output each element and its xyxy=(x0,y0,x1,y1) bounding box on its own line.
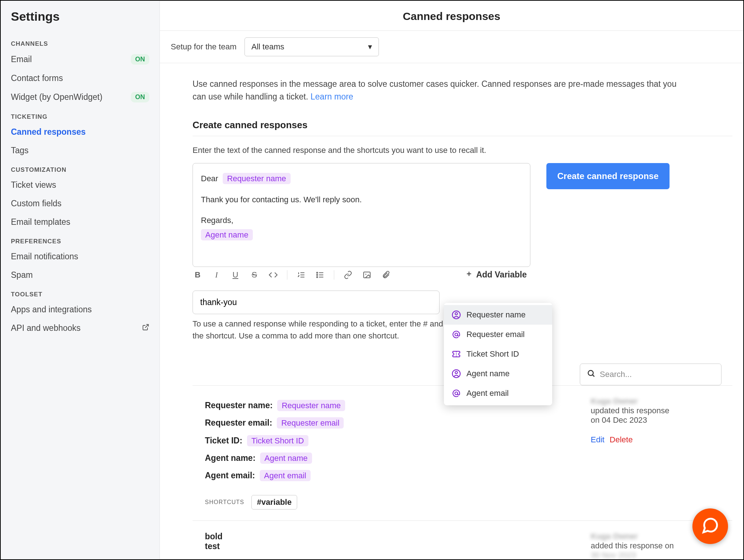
sidebar-item-label: API and webhooks xyxy=(11,323,81,333)
variable-pill: Ticket Short ID xyxy=(247,435,308,446)
dropdown-label: Requester email xyxy=(466,330,525,339)
strike-icon[interactable]: S xyxy=(249,270,259,280)
sidebar-item-canned-responses[interactable]: Canned responses xyxy=(1,123,159,141)
dropdown-label: Requester name xyxy=(466,310,526,320)
sidebar-item-custom-fields[interactable]: Custom fields xyxy=(1,194,159,213)
bold-icon[interactable]: B xyxy=(193,270,203,280)
page-title: Canned responses xyxy=(160,1,743,31)
ordered-list-icon[interactable] xyxy=(296,271,306,279)
response-editor[interactable]: Dear Requester name Thank you for contac… xyxy=(193,163,530,267)
on-badge: ON xyxy=(131,92,149,102)
variable-requester-name: Requester name xyxy=(223,173,291,184)
variable-pill: Requester name xyxy=(277,400,345,411)
sidebar-item-tags[interactable]: Tags xyxy=(1,141,159,160)
dropdown-item-agent-name[interactable]: Agent name xyxy=(444,364,552,384)
sidebar-item-api-webhooks[interactable]: API and webhooks xyxy=(1,319,159,337)
search-icon xyxy=(587,369,595,380)
team-select[interactable]: All teams ▾ xyxy=(244,37,379,56)
at-icon xyxy=(451,389,461,398)
delete-link[interactable]: Delete xyxy=(610,435,633,444)
svg-point-16 xyxy=(455,313,458,315)
item-line: bold xyxy=(205,532,591,541)
chat-icon xyxy=(701,516,719,536)
image-icon[interactable] xyxy=(362,271,372,279)
sidebar-group-toolset: TOOLSET xyxy=(1,284,159,300)
person-icon xyxy=(451,369,461,378)
dropdown-label: Agent name xyxy=(466,369,510,378)
sidebar-item-ticket-views[interactable]: Ticket views xyxy=(1,176,159,194)
shortcut-input[interactable] xyxy=(193,291,440,314)
sidebar-item-label: Email notifications xyxy=(11,252,78,261)
item-meta-date: 30 Nov 2023 xyxy=(591,551,721,559)
shortcuts-label: SHORTCUTS xyxy=(205,499,244,506)
chat-fab[interactable] xyxy=(692,508,728,544)
description: Use canned responses in the message area… xyxy=(193,78,683,103)
sidebar-item-label: Email templates xyxy=(11,217,70,227)
italic-icon[interactable]: I xyxy=(211,270,222,280)
svg-point-8 xyxy=(317,276,318,277)
team-setup-label: Setup for the team xyxy=(171,42,236,52)
sidebar-item-contact-forms[interactable]: Contact forms xyxy=(1,69,159,88)
item-meta: updated this response xyxy=(591,406,721,415)
variable-pill: Agent email xyxy=(260,470,311,481)
svg-point-10 xyxy=(365,273,367,275)
svg-point-21 xyxy=(455,392,458,395)
sidebar-item-email-notifications[interactable]: Email notifications xyxy=(1,247,159,266)
field-label: Requester name: xyxy=(205,401,273,410)
create-section-title: Create canned responses xyxy=(193,119,732,136)
editor-text: Dear xyxy=(201,174,218,183)
sidebar-item-widget[interactable]: Widget (by OpenWidget) ON xyxy=(1,88,159,107)
dropdown-item-requester-email[interactable]: Requester email xyxy=(444,325,552,344)
svg-point-20 xyxy=(455,372,458,374)
plus-icon xyxy=(465,270,473,280)
svg-line-14 xyxy=(593,375,594,377)
dropdown-item-ticket-id[interactable]: Ticket Short ID xyxy=(444,344,552,364)
shortcut-tag: #variable xyxy=(251,495,297,510)
edit-link[interactable]: Edit xyxy=(591,435,604,444)
editor-regards: Regards, xyxy=(201,213,522,228)
sidebar: Settings CHANNELS Email ON Contact forms… xyxy=(1,1,160,559)
sidebar-item-email-templates[interactable]: Email templates xyxy=(1,213,159,231)
dropdown-item-agent-email[interactable]: Agent email xyxy=(444,384,552,403)
on-badge: ON xyxy=(131,54,149,65)
sidebar-item-spam[interactable]: Spam xyxy=(1,266,159,284)
underline-icon[interactable]: U xyxy=(230,270,240,280)
code-icon[interactable] xyxy=(268,270,278,280)
team-select-value: All teams xyxy=(251,42,284,52)
sidebar-item-apps-integrations[interactable]: Apps and integrations xyxy=(1,300,159,319)
create-section-sub: Enter the text of the canned response an… xyxy=(193,146,732,155)
search-placeholder: Search... xyxy=(600,370,632,379)
create-canned-response-button[interactable]: Create canned response xyxy=(546,163,670,189)
sidebar-item-email[interactable]: Email ON xyxy=(1,50,159,69)
sidebar-item-label: Contact forms xyxy=(11,73,63,83)
person-icon xyxy=(451,310,461,320)
link-icon[interactable] xyxy=(343,271,353,279)
field-label: Ticket ID: xyxy=(205,436,242,445)
search-input[interactable]: Search... xyxy=(580,364,721,385)
canned-response-item: Requester name: Requester name Requester… xyxy=(193,386,732,521)
main: Canned responses Setup for the team All … xyxy=(160,1,743,559)
sidebar-item-label: Spam xyxy=(11,270,33,280)
sidebar-group-channels: CHANNELS xyxy=(1,34,159,50)
sidebar-group-customization: CUSTOMIZATION xyxy=(1,160,159,176)
variable-pill: Requester email xyxy=(277,417,344,429)
sidebar-group-ticketing: TICKETING xyxy=(1,107,159,123)
add-variable-button[interactable]: Add Variable xyxy=(465,270,530,280)
sidebar-item-label: Tags xyxy=(11,146,29,155)
svg-point-13 xyxy=(588,370,593,376)
item-line: test xyxy=(205,541,591,551)
add-variable-label: Add Variable xyxy=(476,270,527,280)
sidebar-item-label: Widget (by OpenWidget) xyxy=(11,92,102,102)
dropdown-label: Ticket Short ID xyxy=(466,349,519,359)
attachment-icon[interactable] xyxy=(381,271,391,279)
field-label: Agent name: xyxy=(205,453,255,463)
dropdown-item-requester-name[interactable]: Requester name xyxy=(444,305,552,325)
learn-more-link[interactable]: Learn more xyxy=(311,92,353,101)
toolbar-separator xyxy=(334,270,334,280)
editor-toolbar: B I U S xyxy=(193,270,530,280)
sidebar-item-label: Apps and integrations xyxy=(11,305,92,315)
item-meta: added this response on xyxy=(591,541,721,551)
svg-rect-9 xyxy=(364,272,370,278)
sidebar-item-label: Ticket views xyxy=(11,180,56,190)
bullet-list-icon[interactable] xyxy=(315,271,325,279)
